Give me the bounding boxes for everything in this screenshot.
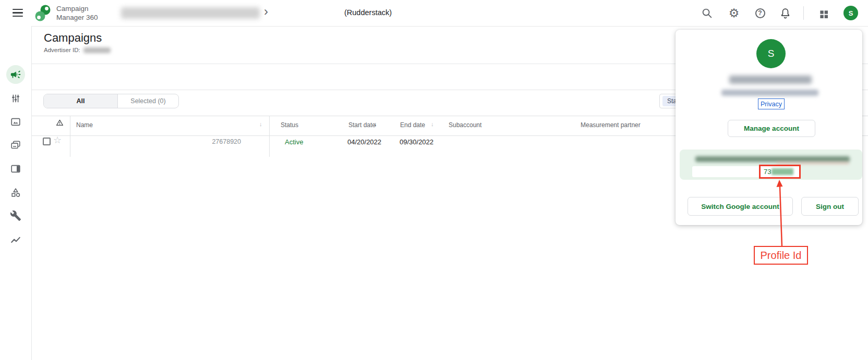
- menu-icon[interactable]: [13, 9, 23, 17]
- column-header-status[interactable]: Status: [281, 121, 298, 129]
- apps-grid-icon: [819, 9, 829, 19]
- name-sort-icon[interactable]: ↓: [259, 121, 262, 127]
- blurred-account-subtext: [776, 162, 849, 164]
- table-col-divider-1: [70, 116, 70, 157]
- blurred-user-email: [721, 90, 818, 96]
- blurred-profile-id: [771, 168, 793, 175]
- column-header-measurement-partner[interactable]: Measurement partner: [581, 121, 641, 129]
- shapes-icon: [10, 187, 21, 198]
- topbar-divider: [803, 6, 804, 20]
- selection-tabs: All Selected (0): [43, 94, 179, 108]
- account-avatar: S: [756, 39, 786, 68]
- tab-selected[interactable]: Selected (0): [118, 94, 178, 108]
- page-title: Campaigns: [44, 31, 102, 45]
- user-avatar[interactable]: S: [843, 6, 858, 20]
- account-panel: S Privacy Manage account 73 Switch Googl…: [676, 30, 862, 225]
- sidebar-item-creative-assets[interactable]: [10, 140, 21, 151]
- privacy-link[interactable]: Privacy: [758, 98, 785, 109]
- blurred-account-title: [695, 156, 850, 162]
- trend-line-icon: [10, 234, 21, 245]
- star-icon[interactable]: ☆: [53, 135, 62, 145]
- sidebar-item-reporting[interactable]: [10, 234, 21, 245]
- sidebar-item-tools[interactable]: [10, 210, 21, 221]
- row-checkbox[interactable]: [43, 138, 51, 145]
- sidebar-item-trafficking[interactable]: [10, 93, 21, 104]
- campaign-end-date: 09/30/2022: [400, 138, 433, 146]
- sidebar-item-floodlight[interactable]: [10, 187, 21, 198]
- column-header-subaccount[interactable]: Subaccount: [449, 121, 481, 129]
- column-header-end-date[interactable]: End date: [400, 121, 425, 129]
- column-header-start-date[interactable]: Start date: [348, 121, 376, 129]
- campaign-start-date: 04/20/2022: [347, 138, 381, 146]
- top-bar: Campaign Manager 360 › (Rudderstack) ⚙ ?: [0, 0, 868, 26]
- annotation-profile-id-label: Profile Id: [754, 246, 808, 265]
- blurred-account-name[interactable]: [121, 7, 260, 19]
- search-button[interactable]: [700, 6, 714, 20]
- column-header-name[interactable]: Name: [76, 121, 93, 129]
- app-name: Campaign Manager 360: [56, 4, 98, 22]
- wrench-icon: [10, 210, 21, 221]
- megaphone-icon: [10, 69, 21, 80]
- sliders-icon: [10, 93, 21, 104]
- sidebar-item-placements[interactable]: [10, 163, 21, 175]
- bell-icon: [779, 7, 791, 19]
- search-icon: [701, 7, 713, 19]
- help-icon: ?: [755, 8, 765, 18]
- topbar-border: [0, 26, 868, 27]
- end-date-sort-icon[interactable]: ↓: [431, 121, 434, 127]
- campaign-manager-logo-icon: [33, 4, 52, 22]
- tab-all[interactable]: All: [44, 94, 118, 108]
- profile-id-prefix: 73: [764, 168, 771, 176]
- gear-icon: ⚙: [729, 7, 740, 19]
- table-col-divider-2: [269, 116, 270, 157]
- switch-google-account-button[interactable]: Switch Google account: [688, 197, 793, 216]
- image-icon: [10, 116, 21, 128]
- collections-icon: [10, 140, 21, 151]
- sidebar-border: [31, 26, 32, 360]
- warning-icon: [55, 118, 64, 127]
- app-name-line2: Manager 360: [56, 13, 98, 22]
- current-account-row[interactable]: 73: [680, 150, 862, 180]
- campaign-manager-360-app: Campaign Manager 360 › (Rudderstack) ⚙ ?: [0, 0, 868, 360]
- profile-id-highlight-box: 73: [759, 165, 801, 179]
- sign-out-button[interactable]: Sign out: [801, 197, 859, 216]
- blurred-advertiser-id: [83, 47, 111, 53]
- card-layout-icon: [10, 163, 21, 175]
- campaign-id[interactable]: 27678920: [189, 138, 241, 145]
- sidebar-item-creatives[interactable]: [10, 116, 21, 128]
- advertiser-id-label: Advertiser ID:: [44, 47, 80, 53]
- apps-grid-button[interactable]: [817, 7, 830, 21]
- chevron-right-icon[interactable]: ›: [264, 4, 268, 19]
- notifications-button[interactable]: [778, 6, 792, 20]
- left-sidebar: [0, 26, 31, 360]
- blurred-user-name: [729, 76, 812, 84]
- campaign-status: Active: [285, 138, 303, 146]
- account-context-label: (Rudderstack): [344, 8, 392, 17]
- settings-button[interactable]: ⚙: [727, 6, 741, 20]
- app-name-line1: Campaign: [56, 4, 98, 13]
- start-date-sort-icon[interactable]: ↓: [374, 121, 377, 127]
- help-button[interactable]: ?: [753, 6, 767, 20]
- manage-account-button[interactable]: Manage account: [728, 120, 815, 137]
- sidebar-item-campaigns[interactable]: [10, 69, 21, 80]
